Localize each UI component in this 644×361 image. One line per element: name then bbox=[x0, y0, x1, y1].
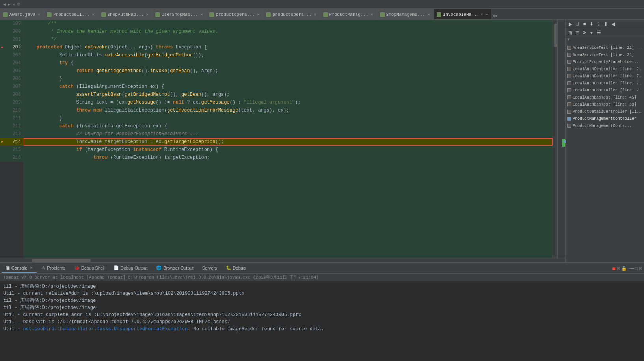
frame-checkbox[interactable] bbox=[567, 124, 571, 128]
console-icon: ▣ bbox=[6, 265, 10, 271]
panel-collapse-arrow[interactable]: ◀ bbox=[562, 137, 566, 145]
code-body[interactable]: /** * Invoke the handler method with the… bbox=[24, 20, 553, 258]
frame-localauth-4[interactable]: LocalAuthController [line: 2... bbox=[566, 87, 644, 94]
debug-tab-icon: 🐛 bbox=[226, 265, 231, 270]
clear-button[interactable]: ✕ bbox=[616, 266, 620, 271]
tab-debug-output[interactable]: 📄 Debug Output bbox=[110, 264, 152, 273]
terminate-button[interactable]: ■ bbox=[581, 21, 588, 27]
frame-areaservice-2[interactable]: AreaServiceTest [line: 21] bbox=[566, 51, 644, 58]
tab-shopauthmap[interactable]: ShopAuthMap... ✕ bbox=[98, 9, 152, 19]
code-line-213: // Unwrap for HandlerExceptionResolvers … bbox=[24, 130, 553, 138]
step-return-button[interactable]: ⬆ bbox=[603, 21, 609, 27]
tab-productsell[interactable]: ProductSell... ✕ bbox=[44, 9, 98, 19]
frame-localauth-2[interactable]: LocalAuthController [line: 7... bbox=[566, 73, 644, 80]
frame-checkbox[interactable] bbox=[567, 81, 571, 85]
close-panel-button[interactable]: ✕ bbox=[638, 266, 642, 271]
code-editor: 199 200 201 ● 202 203 204 205 bbox=[0, 20, 565, 262]
tab-close-icon[interactable]: ✕ bbox=[200, 12, 203, 17]
console-line-3: til - 店铺路径:D:/projectdev/image bbox=[3, 297, 641, 304]
frame-checkbox[interactable] bbox=[567, 67, 571, 71]
frame-localauth-3[interactable]: LocalAuthController [line: 7... bbox=[566, 80, 644, 87]
code-line-216: throw (RuntimeException) targetException… bbox=[24, 154, 553, 162]
horizontal-scrollbar[interactable] bbox=[0, 258, 565, 262]
frame-productdetail[interactable]: ProductDetailController [li... bbox=[566, 108, 644, 115]
frame-checkbox[interactable] bbox=[567, 46, 571, 50]
editor-tab-bar: Award.java ✕ ProductSell... ✕ ShopAuthMa… bbox=[0, 9, 644, 20]
tab-browser-output[interactable]: 🌐 Browser Output bbox=[152, 264, 197, 273]
console-output[interactable]: til - 店铺路径:D:/projectdev/image Util - cu… bbox=[0, 281, 644, 361]
frame-checkbox[interactable] bbox=[567, 60, 571, 64]
more-tabs-icon[interactable]: ≫ bbox=[492, 13, 498, 19]
line-numbers: 199 200 201 ● 202 203 204 205 bbox=[0, 20, 24, 258]
tab-close-icon[interactable]: ✕ bbox=[428, 12, 430, 17]
java-icon bbox=[380, 12, 385, 17]
frame-localauthdao-2[interactable]: LocalAuthDaoTest [line: 53] bbox=[566, 101, 644, 108]
collapse-button[interactable]: ◀ bbox=[610, 21, 616, 27]
tab-close-icon[interactable]: ✕ bbox=[38, 12, 40, 17]
more-button[interactable]: ☰ bbox=[596, 30, 602, 36]
scroll-lock-button[interactable]: 🔒 bbox=[621, 266, 627, 271]
step-over-button[interactable]: ⤵ bbox=[596, 21, 602, 27]
tab-debug-shell[interactable]: 🐞 Debug Shell bbox=[70, 264, 109, 273]
triangle-icon: ▼ bbox=[567, 37, 570, 42]
line-num-216: 216 bbox=[0, 154, 23, 162]
line-num-210: 210 bbox=[0, 106, 23, 114]
tab-award[interactable]: Award.java ✕ bbox=[0, 9, 44, 19]
error-link[interactable]: net.coobird.thumbnailator.tasks.Unsuppor… bbox=[23, 326, 188, 332]
filter-button[interactable]: ▼ bbox=[588, 30, 595, 36]
frame-productmanage-1[interactable]: ProductManagementController bbox=[566, 115, 644, 122]
refresh-button[interactable]: ⟳ bbox=[581, 30, 588, 36]
frame-checkbox[interactable] bbox=[567, 53, 571, 57]
stack-frames-list: AreaServiceTest [line: 21] ... AreaServi… bbox=[566, 43, 644, 262]
frame-checkbox[interactable] bbox=[567, 95, 571, 99]
minimize-button[interactable]: — bbox=[629, 266, 634, 271]
frame-localauth-1[interactable]: LocalAuthController [line: 2... bbox=[566, 65, 644, 73]
java-icon bbox=[155, 12, 160, 17]
tab-shopmanage[interactable]: ShopManageme... ✕ bbox=[377, 9, 434, 19]
tab-invocableha[interactable]: InvocableHa... ✕ ⋯ bbox=[434, 9, 491, 19]
step-into-button[interactable]: ⬇ bbox=[588, 21, 595, 27]
maximize-button[interactable]: □ bbox=[635, 266, 638, 271]
frame-checkbox[interactable] bbox=[567, 74, 571, 78]
h-scrollbar-thumb[interactable] bbox=[32, 259, 91, 262]
frame-productmanage-2[interactable]: ProductManagementContr... bbox=[566, 122, 644, 129]
frame-checkbox[interactable] bbox=[567, 110, 571, 114]
collapse-all-button[interactable]: ⊟ bbox=[574, 30, 581, 36]
tab-problems[interactable]: ⚠ Problems bbox=[37, 264, 69, 273]
vertical-scrollbar[interactable] bbox=[553, 20, 557, 258]
stop-button[interactable]: ■ bbox=[612, 265, 615, 272]
tab-productmanag[interactable]: ProductManag... ✕ bbox=[320, 9, 377, 19]
tab-usershopmap[interactable]: UserShopMap... ✕ bbox=[152, 9, 206, 19]
console-line-2: Util - current relativeAddr is :\upload\… bbox=[3, 290, 641, 297]
console-line-1: til - 店铺路径:D:/projectdev/image bbox=[3, 283, 641, 290]
tab-close-icon[interactable]: ✕ bbox=[92, 12, 94, 17]
code-line-207: catch (IllegalArgumentException ex) { bbox=[24, 83, 553, 91]
frame-encrypt[interactable]: EncryptPropertyPlaceholde... bbox=[566, 58, 644, 65]
tab-debug[interactable]: 🐛 Debug bbox=[222, 264, 249, 273]
tab-productopera2[interactable]: productopera... ✕ bbox=[263, 9, 320, 19]
tab-close-icon[interactable]: ✕ bbox=[371, 12, 373, 17]
expand-all-button[interactable]: ⊞ bbox=[567, 30, 573, 36]
top-toolbar: ◀ ▶ ✕ ⟳ bbox=[0, 0, 644, 9]
tab-close-icon[interactable]: ✕ bbox=[314, 12, 316, 17]
line-num-213: 213 bbox=[0, 130, 23, 138]
tab-productopera1[interactable]: productopera... ✕ bbox=[206, 9, 263, 19]
resume-button[interactable]: ▶ bbox=[567, 21, 573, 27]
tab-console[interactable]: ▣ Console ✕ bbox=[2, 264, 37, 273]
frame-areaservice-1[interactable]: AreaServiceTest [line: 21] ... bbox=[566, 44, 644, 51]
frame-checkbox-checked[interactable] bbox=[567, 117, 571, 121]
code-line-208: assertTargetBean(getBridgedMethod(), get… bbox=[24, 91, 553, 99]
tab-more-icon[interactable]: ⋯ bbox=[486, 12, 488, 17]
tab-servers[interactable]: Servers bbox=[198, 264, 221, 273]
frame-checkbox[interactable] bbox=[567, 88, 571, 92]
suspend-button[interactable]: ⏸ bbox=[574, 21, 581, 27]
tab-close-icon[interactable]: ✕ bbox=[257, 12, 259, 17]
scrollbar-thumb[interactable] bbox=[554, 24, 557, 47]
tab-pin-icon[interactable]: ✕ bbox=[481, 12, 483, 17]
line-num-205: 205 bbox=[0, 67, 23, 75]
frame-checkbox[interactable] bbox=[567, 102, 571, 106]
tab-console-close[interactable]: ✕ bbox=[30, 266, 33, 270]
frame-localauthdao[interactable]: LocalAuthDaoTest [line: 45] bbox=[566, 94, 644, 101]
tab-close-icon[interactable]: ✕ bbox=[146, 12, 149, 17]
expand-arrow: ▼ bbox=[566, 37, 644, 43]
